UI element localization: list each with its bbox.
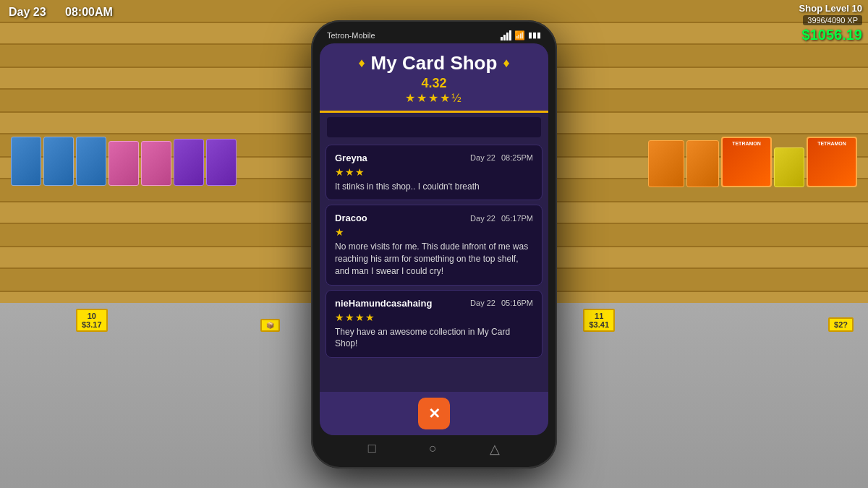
nav-square-icon[interactable]: □ [368, 441, 376, 456]
review-meta-1: Day 22 08:25PM [470, 153, 533, 162]
phone-screen: ♦ My Card Shop ♦ 4.32 ★★★★½ Greyna [320, 43, 548, 435]
review-day-1: Day 22 [470, 153, 495, 162]
hud-top-right: Shop Level 10 3996/4090 XP $1056.19 [793, 0, 868, 46]
product-purple-2 [206, 139, 237, 186]
price-tag-right-2: $2? [828, 317, 854, 332]
background: Day 23 08:00AM Shop Level 10 3996/4090 X… [0, 0, 868, 488]
review-time-3: 05:16PM [501, 299, 533, 307]
phone-nav-bar: □ ○ △ [320, 435, 548, 460]
left-shelf-products [0, 137, 286, 186]
review-meta-3: Day 22 05:16PM [470, 299, 533, 307]
review-time-1: 08:25PM [501, 153, 533, 162]
review-header-3: nieHamundcasahaing Day 22 05:16PM [335, 298, 533, 309]
product-blue-3 [76, 137, 106, 186]
product-blue-2 [43, 137, 74, 186]
hud-xp: 3996/4090 XP [803, 15, 862, 25]
app-bottom-bar: ✕ [320, 392, 548, 435]
product-purple-1 [174, 139, 204, 186]
review-card-1: Greyna Day 22 08:25PM ★★★ It stinks in t… [326, 145, 542, 201]
battery-icon: ▮▮▮ [528, 30, 541, 40]
search-bar[interactable] [327, 117, 541, 137]
review-time-2: 05:17PM [501, 214, 533, 223]
app-title-text: My Card Shop [371, 52, 498, 74]
app-header: ♦ My Card Shop ♦ 4.32 ★★★★½ [320, 43, 548, 113]
price-tag-right-1: 11 $3.41 [583, 309, 615, 332]
review-text-2: No more visits for me. This dude infront… [335, 241, 533, 277]
phone-carrier: Tetron-Mobile [327, 31, 375, 40]
price-tag-left-1: 10 $3.17 [76, 309, 108, 332]
signal-icon [501, 30, 511, 40]
hud-time: 08:00AM [65, 6, 113, 19]
hud-money: $1056.19 [802, 27, 862, 43]
review-card-2: Dracoo Day 22 05:17PM ★ No more visits f… [326, 205, 542, 285]
diamond-right-icon: ♦ [503, 56, 509, 71]
product-yellow-1 [774, 147, 804, 187]
review-meta-2: Day 22 05:17PM [470, 214, 533, 223]
phone-icons: 📶 ▮▮▮ [501, 30, 541, 40]
nav-circle-icon[interactable]: ○ [429, 441, 437, 456]
review-stars-2: ★ [335, 226, 533, 238]
review-day-2: Day 22 [470, 214, 495, 223]
review-card-3: nieHamundcasahaing Day 22 05:16PM ★★★★ T… [326, 290, 542, 359]
tetamon-box-1: TETRAMON [721, 137, 772, 187]
hud-day: Day 23 [9, 6, 46, 19]
app-stars: ★★★★½ [331, 91, 537, 105]
review-header-2: Dracoo Day 22 05:17PM [335, 213, 533, 223]
app-rating: 4.32 [331, 76, 537, 91]
wifi-icon: 📶 [514, 30, 525, 40]
review-username-3: nieHamundcasahaing [335, 298, 432, 309]
phone-wrapper: Tetron-Mobile 📶 ▮▮▮ [311, 20, 557, 468]
review-username-2: Dracoo [335, 213, 367, 223]
price-tag-left-2: 📦 [260, 319, 280, 332]
product-pink-1 [109, 141, 139, 186]
product-orange-1 [648, 140, 684, 187]
review-text-3: They have an awesome collection in My Ca… [335, 326, 533, 351]
product-blue-1 [11, 137, 41, 186]
diamond-left-icon: ♦ [358, 56, 365, 71]
review-header-1: Greyna Day 22 08:25PM [335, 153, 533, 163]
reviews-container: Greyna Day 22 08:25PM ★★★ It stinks in t… [320, 142, 548, 392]
review-text-1: It stinks in this shop.. I couldn't brea… [335, 181, 533, 193]
close-button[interactable]: ✕ [418, 398, 450, 429]
tetamon-box-2: TETRAMON [807, 137, 857, 187]
phone: Tetron-Mobile 📶 ▮▮▮ [311, 20, 557, 468]
review-day-3: Day 22 [470, 299, 495, 307]
nav-triangle-icon[interactable]: △ [490, 441, 500, 457]
phone-status-bar: Tetron-Mobile 📶 ▮▮▮ [320, 29, 548, 43]
product-orange-2 [686, 140, 719, 187]
hud-shop-level: Shop Level 10 [799, 3, 862, 14]
right-shelf-products: TETRAMON TETRAMON [582, 137, 868, 187]
review-stars-3: ★★★★ [335, 312, 533, 323]
app-title: ♦ My Card Shop ♦ [331, 52, 537, 74]
review-stars-1: ★★★ [335, 166, 533, 178]
product-pink-2 [141, 141, 171, 186]
review-username-1: Greyna [335, 153, 367, 163]
